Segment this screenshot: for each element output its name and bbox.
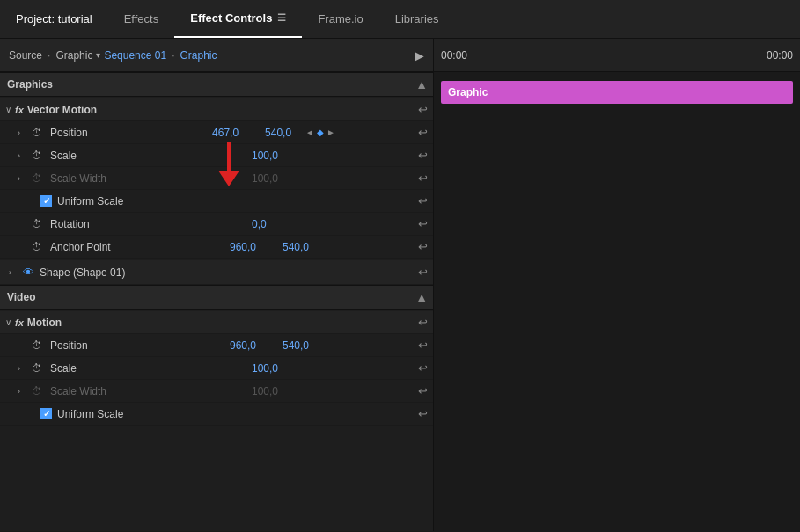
rotation-row: › ⏱ Rotation 0,0 ↩ — [0, 213, 433, 236]
source-graphic-label: Graphic — [55, 49, 92, 62]
timeline-body: Graphic — [434, 72, 800, 531]
uniform-scale-checkbox-graphics[interactable]: ✓ — [40, 195, 52, 207]
position-nav-prev[interactable]: ◄ — [305, 128, 314, 137]
graphics-scroll-up[interactable]: ▲ — [415, 77, 428, 91]
position-label: Position — [50, 127, 129, 139]
scale-width-timer-icon: ⏱ — [32, 172, 46, 185]
scale-width-reset-video[interactable]: ↩ — [418, 384, 428, 397]
scale-value-video[interactable]: 100,0 — [252, 362, 296, 375]
uniform-scale-label-video: Uniform Scale — [57, 408, 123, 420]
anchor-value-x[interactable]: 960,0 — [230, 241, 274, 253]
scale-width-label-video: Scale Width — [50, 385, 129, 397]
scale-width-row-graphics: › ⏱ Scale Width 100,0 ↩ — [0, 167, 433, 190]
scale-width-timer-icon-video: ⏱ — [32, 385, 46, 397]
scale-label-video: Scale — [50, 362, 129, 375]
scale-expand[interactable]: › — [18, 151, 26, 160]
video-section-header: Video ▲ — [0, 285, 433, 310]
source-dropdown-icon[interactable]: ▾ — [96, 50, 100, 60]
shape-eye-icon[interactable]: 👁 — [23, 266, 34, 279]
position-value-x[interactable]: 467,0 — [212, 127, 256, 139]
uniform-scale-row-graphics: ✓ Uniform Scale ↩ — [0, 190, 433, 213]
position-label-video: Position — [50, 339, 129, 352]
shape-name: Shape (Shape 01) — [40, 266, 125, 279]
anchor-reset[interactable]: ↩ — [418, 240, 428, 253]
position-controls: ◄ ◆ ► — [305, 128, 335, 137]
source-label: Source — [9, 49, 42, 62]
scale-width-label: Scale Width — [50, 172, 129, 185]
vector-motion-name: Vector Motion — [27, 104, 97, 116]
uniform-scale-reset-graphics[interactable]: ↩ — [418, 194, 428, 208]
graphic-clip[interactable]: Graphic — [441, 81, 793, 104]
rotation-value[interactable]: 0,0 — [252, 218, 296, 230]
position-timer-icon: ⏱ — [32, 127, 46, 139]
anchor-label: Anchor Point — [50, 241, 129, 253]
vector-motion-collapse[interactable]: ∨ — [5, 105, 11, 114]
scale-width-row-video: › ⏱ Scale Width 100,0 ↩ — [0, 380, 433, 403]
vector-motion-header: ∨ fx Vector Motion ↩ — [0, 98, 433, 121]
anchor-value-y[interactable]: 540,0 — [283, 241, 318, 253]
position-reset[interactable]: ↩ — [418, 126, 428, 139]
scale-reset[interactable]: ↩ — [418, 149, 428, 162]
uniform-scale-checkbox-video[interactable]: ✓ — [40, 408, 52, 419]
position-reset-video[interactable]: ↩ — [418, 339, 428, 352]
scroll-area[interactable]: Graphics ▲ ∨ fx Vector Motion ↩ › ⏱ Posi… — [0, 72, 433, 531]
rotation-timer-icon: ⏱ — [32, 218, 46, 230]
shape-reset[interactable]: ↩ — [418, 266, 428, 279]
scale-row-graphics: › ⏱ Scale 100,0 ↩ — [0, 144, 433, 167]
position-nav-next[interactable]: ► — [327, 128, 335, 137]
motion-collapse[interactable]: ∨ — [5, 317, 11, 327]
source-sep1: · — [48, 49, 50, 62]
position-timer-icon-video: ⏱ — [32, 339, 46, 352]
tab-project[interactable]: Project: tutorial — [0, 0, 108, 38]
scale-expand-video[interactable]: › — [18, 364, 26, 373]
uniform-scale-row-video: ✓ Uniform Scale ↩ — [0, 403, 433, 426]
scale-reset-video[interactable]: ↩ — [418, 361, 428, 375]
play-button[interactable]: ▶ — [415, 48, 424, 62]
scale-timer-icon: ⏱ — [32, 149, 46, 162]
scale-label: Scale — [50, 149, 129, 162]
rotation-label: Rotation — [50, 218, 129, 230]
source-sequence-graphic[interactable]: Graphic — [180, 49, 217, 62]
right-panel: 00:00 00:00 Graphic — [434, 39, 800, 531]
position-value-y[interactable]: 540,0 — [265, 127, 300, 139]
left-panel: Source · Graphic ▾ Sequence 01 · Graphic… — [0, 39, 434, 531]
tab-frameio[interactable]: Frame.io — [302, 0, 378, 38]
position-value-x-video[interactable]: 960,0 — [230, 339, 274, 352]
scale-width-expand-video[interactable]: › — [18, 387, 26, 396]
motion-group: ∨ fx Motion ↩ › ⏱ Position 960,0 540,0 ↩… — [0, 310, 433, 427]
uniform-scale-reset-video[interactable]: ↩ — [418, 407, 428, 420]
position-value-y-video[interactable]: 540,0 — [283, 339, 318, 352]
time-end: 00:00 — [767, 49, 793, 62]
position-row-video: › ⏱ Position 960,0 540,0 ↩ — [0, 334, 433, 357]
source-sep2: · — [172, 49, 174, 62]
anchor-timer-icon: ⏱ — [32, 241, 46, 253]
source-bar: Source · Graphic ▾ Sequence 01 · Graphic… — [0, 39, 433, 72]
scale-width-reset[interactable]: ↩ — [418, 171, 428, 185]
motion-reset[interactable]: ↩ — [418, 316, 428, 329]
scale-row-video: › ⏱ Scale 100,0 ↩ — [0, 357, 433, 380]
scale-value[interactable]: 100,0 — [252, 149, 296, 162]
main-container: Source · Graphic ▾ Sequence 01 · Graphic… — [0, 39, 800, 531]
vector-motion-reset[interactable]: ↩ — [418, 103, 428, 116]
position-row-graphics: › ⏱ Position 467,0 540,0 ◄ ◆ ► ↩ — [0, 121, 433, 144]
tab-effect-controls[interactable]: Effect Controls ☰ — [174, 0, 302, 38]
menu-icon[interactable]: ☰ — [277, 12, 286, 24]
source-sequence[interactable]: Sequence 01 — [104, 49, 166, 62]
scale-timer-icon-video: ⏱ — [32, 362, 46, 375]
anchor-point-row: › ⏱ Anchor Point 960,0 540,0 ↩ — [0, 236, 433, 259]
video-scroll-up[interactable]: ▲ — [415, 290, 428, 304]
tab-effects[interactable]: Effects — [108, 0, 175, 38]
shape-row: › 👁 Shape (Shape 01) ↩ — [0, 260, 433, 285]
timeline-header: 00:00 00:00 — [434, 39, 800, 72]
position-expand[interactable]: › — [18, 128, 26, 137]
position-keyframe[interactable]: ◆ — [317, 128, 324, 137]
tab-libraries[interactable]: Libraries — [379, 0, 455, 38]
scale-width-expand[interactable]: › — [18, 174, 26, 183]
scale-width-value: 100,0 — [252, 172, 296, 185]
vector-motion-group: ∨ fx Vector Motion ↩ › ⏱ Position 467,0 … — [0, 97, 433, 260]
uniform-scale-label-graphics: Uniform Scale — [57, 195, 123, 208]
graphics-section-header: Graphics ▲ — [0, 72, 433, 97]
shape-expand[interactable]: › — [9, 268, 18, 277]
time-start: 00:00 — [441, 49, 467, 62]
rotation-reset[interactable]: ↩ — [418, 217, 428, 230]
